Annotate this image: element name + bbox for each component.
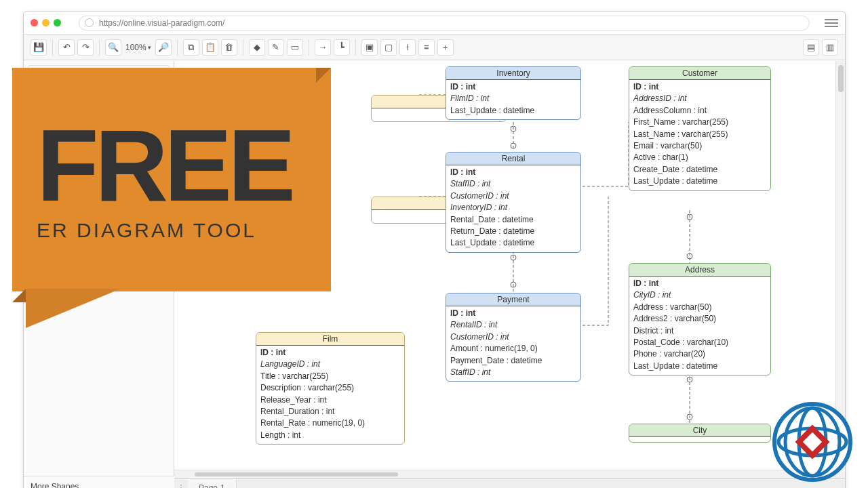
undo-button[interactable]: ↶: [58, 39, 75, 56]
delete-button[interactable]: 🗑: [221, 39, 237, 56]
banner-title: FREE: [37, 117, 331, 214]
hamburger-menu-icon[interactable]: [825, 19, 838, 27]
add-button[interactable]: ＋: [437, 39, 454, 56]
close-window-icon[interactable]: [31, 19, 38, 26]
svg-point-2: [511, 282, 516, 287]
tabs-menu-handle[interactable]: ⋮: [174, 483, 188, 489]
align-button[interactable]: ⫲: [399, 39, 416, 56]
zoom-in-button[interactable]: 🔎: [155, 39, 172, 56]
entity-header: Address: [629, 264, 770, 277]
entity-city[interactable]: City: [629, 424, 771, 443]
toolbar: 💾 ↶ ↷ 🔍 100%▾ 🔎 ⧉ 📋 🗑 ◆ ✎ ▭ → ┗ ▣ ▢ ⫲ ≡ …: [24, 35, 845, 60]
entity-inventory[interactable]: Inventory ID : intFilmID : intLast_Updat…: [446, 66, 581, 120]
entity-header: Rental: [446, 152, 580, 165]
horizontal-scrollbar[interactable]: [174, 470, 835, 478]
entity-customer[interactable]: Customer ID : intAddressID : intAddressC…: [629, 66, 771, 191]
stroke-button[interactable]: ✎: [268, 39, 284, 56]
front-button[interactable]: ▣: [361, 39, 378, 56]
zoom-level[interactable]: 100%▾: [123, 43, 154, 52]
entity-header: Payment: [446, 293, 580, 306]
svg-point-7: [687, 377, 692, 382]
back-button[interactable]: ▢: [380, 39, 397, 56]
entity-header: Customer: [629, 67, 770, 80]
entity-attrs: ID : intRentalID : intCustomerID : intAm…: [446, 306, 580, 381]
page-info-icon: [85, 18, 94, 27]
address-bar-text: https://online.visual-paradigm.com/: [99, 18, 224, 28]
shape-button[interactable]: ▭: [287, 39, 303, 56]
svg-point-1: [511, 126, 516, 131]
entity-attrs: ID : intCityID : intAddress : varchar(50…: [629, 277, 770, 375]
minimize-window-icon[interactable]: [42, 19, 50, 26]
entity-header: Inventory: [446, 67, 580, 80]
visual-paradigm-logo-icon: [772, 401, 853, 483]
entity-attrs: ID : intFilmID : intLast_Update : dateti…: [446, 80, 580, 119]
zoom-out-button[interactable]: 🔍: [105, 39, 121, 56]
svg-point-3: [511, 255, 516, 260]
entity-rental[interactable]: Rental ID : intStaffID : intCustomerID :…: [446, 152, 581, 253]
entity-payment[interactable]: Payment ID : intRentalID : intCustomerID…: [446, 293, 581, 382]
entity-film[interactable]: Film ID : intLanguageID : intTitle : var…: [256, 332, 405, 445]
paste-button[interactable]: 📋: [202, 39, 218, 56]
promo-banner: FREE ER DIAGRAM TOOL: [5, 68, 348, 339]
waypoint-button[interactable]: ┗: [334, 39, 350, 56]
banner-subtitle: ER DIAGRAM TOOL: [37, 219, 331, 242]
svg-point-6: [687, 414, 692, 420]
page-tabs: ⋮ Page-1: [174, 478, 845, 488]
more-shapes-button[interactable]: More Shapes...: [24, 476, 174, 488]
entity-header: City: [629, 424, 770, 437]
address-bar[interactable]: https://online.visual-paradigm.com/: [79, 16, 810, 30]
entity-attrs: ID : intAddressID : intAddressColumn : i…: [629, 80, 770, 190]
maximize-window-icon[interactable]: [54, 19, 61, 26]
tab-page-1[interactable]: Page-1: [188, 479, 237, 488]
svg-point-5: [687, 214, 692, 220]
connector-button[interactable]: →: [315, 39, 331, 56]
save-button[interactable]: 💾: [31, 39, 47, 56]
entity-attrs: ID : intStaffID : intCustomerID : intInv…: [446, 165, 580, 252]
entity-attrs: ID : intLanguageID : intTitle : varchar(…: [256, 346, 404, 444]
redo-button[interactable]: ↷: [77, 39, 94, 56]
svg-point-4: [687, 253, 692, 259]
copy-button[interactable]: ⧉: [183, 39, 199, 56]
panel-outline-button[interactable]: ▥: [822, 39, 838, 56]
entity-address[interactable]: Address ID : intCityID : intAddress : va…: [629, 263, 771, 375]
svg-point-0: [511, 143, 516, 148]
fill-button[interactable]: ◆: [249, 39, 265, 56]
window-titlebar: https://online.visual-paradigm.com/: [24, 12, 845, 35]
distribute-button[interactable]: ≡: [418, 39, 435, 56]
panel-format-button[interactable]: ▤: [803, 39, 819, 56]
